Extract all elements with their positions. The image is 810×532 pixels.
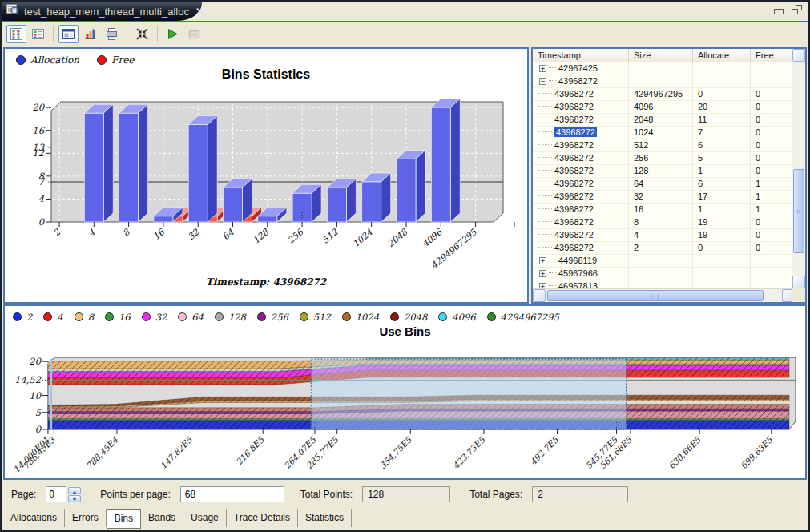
timestamp-text: 43968272 [554, 217, 594, 227]
column-header-timestamp[interactable]: Timestamp [533, 49, 629, 62]
grid-view-button[interactable] [6, 25, 26, 43]
table-row[interactable]: 4396827251260 [533, 139, 795, 152]
table-row[interactable]: 439682721611 [533, 204, 795, 216]
timestamp-text: 43968272 [554, 191, 594, 201]
cell-free: 1 [751, 178, 795, 190]
tree-toggle-icon[interactable]: + [539, 257, 546, 264]
close-icon[interactable]: ✕ [195, 6, 204, 17]
list-view-button[interactable] [28, 25, 48, 43]
tab-bins[interactable]: Bins [107, 509, 141, 529]
view-tab[interactable]: test_heap_mem_thread_multi_alloc ✕ [2, 2, 202, 21]
svg-text:8: 8 [121, 227, 132, 239]
titlebar: test_heap_mem_thread_multi_alloc ✕ [2, 2, 808, 21]
tree-line [549, 260, 556, 260]
table-row[interactable]: 4396827225650 [533, 152, 795, 165]
cell-timestamp: 43968272 [533, 101, 629, 113]
tab-usage[interactable]: Usage [183, 509, 227, 527]
toolbar-separator [53, 26, 54, 42]
tab-bands[interactable]: Bands [141, 509, 183, 527]
table-group-row[interactable]: +44968119 [533, 255, 795, 268]
tab-trace-details[interactable]: Trace Details [227, 509, 298, 527]
scroll-up-button[interactable] [792, 49, 805, 62]
page-input[interactable] [46, 486, 66, 502]
table-group-row[interactable]: −43968272 [533, 75, 795, 88]
cell-timestamp: 43968272 [533, 242, 629, 254]
table-row[interactable]: 4396827212810 [533, 165, 795, 178]
tree-toggle-icon[interactable]: + [539, 270, 546, 277]
table-row[interactable]: 439682724096200 [533, 101, 795, 114]
cell-size: 1024 [629, 127, 693, 139]
legend-item-8: 8 [75, 312, 94, 323]
cell-size: 2048 [629, 114, 693, 126]
svg-text:4: 4 [38, 193, 45, 204]
scroll-down-button[interactable] [792, 276, 805, 288]
tree-line [538, 144, 552, 145]
collapse-button[interactable] [132, 25, 152, 43]
table-row[interactable]: 4396827232171 [533, 191, 795, 204]
cell-free: 0 [751, 101, 795, 113]
cell-timestamp: 43968272 [533, 139, 629, 151]
tree-toggle-icon[interactable]: + [539, 65, 546, 72]
allocation-bar-4 [84, 104, 113, 222]
points-per-page-input[interactable] [180, 486, 284, 502]
bar-chart-button[interactable] [80, 25, 100, 43]
cell-timestamp: 43968272 [533, 204, 629, 216]
timestamp-text: 43968272 [554, 127, 597, 137]
timestamp-text: 43968272 [554, 243, 594, 252]
table-row[interactable]: 43968272102470 [533, 127, 795, 139]
cell-free [751, 75, 795, 87]
timestamp-text: 43968272 [554, 204, 594, 214]
table-row[interactable]: 43968272429496729500 [533, 88, 795, 101]
tab-errors[interactable]: Errors [65, 509, 107, 527]
horizontal-scroll-thumb[interactable]: ||| [547, 290, 764, 301]
table-row[interactable]: 43968272200 [533, 242, 795, 255]
restore-icon[interactable] [792, 5, 802, 14]
svg-text:14,52: 14,52 [14, 374, 42, 385]
table-header[interactable]: TimestampSizeAllocateFree [533, 49, 795, 62]
cell-size: 16 [629, 204, 693, 216]
tab-statistics[interactable]: Statistics [298, 509, 352, 527]
table-group-row[interactable]: +42967425 [533, 62, 795, 75]
timestamp-text: 43968272 [554, 153, 594, 163]
minimize-icon[interactable] [774, 9, 784, 14]
vertical-scrollbar[interactable]: ≡ [792, 49, 805, 288]
cell-allocate: 1 [693, 165, 751, 177]
use-bins-chart: 2014,52105014,000E01786,45E3788,45E4147,… [5, 340, 805, 476]
timestamp-text: 43968272 [558, 76, 598, 86]
column-header-allocate[interactable]: Allocate [693, 49, 751, 62]
page-spin-down-button[interactable] [68, 495, 81, 502]
vertical-scroll-thumb[interactable]: ≡ [793, 169, 804, 253]
legend-label: 64 [191, 312, 204, 323]
table-group-row[interactable]: +45967966 [533, 268, 795, 280]
snapshot-button[interactable] [184, 25, 204, 43]
toolbar-separator [157, 26, 158, 42]
column-header-free[interactable]: Free [751, 49, 795, 62]
cell-timestamp: 43968272 [533, 114, 629, 126]
table-group-row[interactable]: +46967813 [533, 280, 795, 288]
scroll-left-button[interactable] [533, 289, 546, 302]
svg-text:788,45E4: 788,45E4 [84, 435, 120, 471]
tree-toggle-icon[interactable]: − [539, 78, 546, 85]
overview-window-button[interactable] [58, 25, 79, 43]
pager-controls: Page: Points per page: Total Points: 128… [2, 480, 808, 509]
cell-free: 0 [751, 216, 795, 228]
table-row[interactable]: 439682726461 [533, 178, 795, 191]
cell-allocate [693, 62, 751, 75]
table-row[interactable]: 439682728190 [533, 216, 795, 229]
print-button[interactable] [102, 25, 122, 43]
table-row[interactable]: 439682724190 [533, 229, 795, 242]
tree-line [538, 93, 552, 94]
legend-item-32: 32 [142, 312, 167, 323]
cell-size: 128 [629, 165, 693, 177]
run-button[interactable] [163, 25, 183, 43]
table-row[interactable]: 439682722048110 [533, 114, 795, 127]
tab-allocations[interactable]: Allocations [3, 509, 65, 527]
allocation-bar-2048 [397, 150, 425, 222]
svg-text:256: 256 [286, 227, 306, 246]
column-header-size[interactable]: Size [629, 49, 693, 62]
tree-line [538, 195, 552, 196]
selection-overlay[interactable] [311, 359, 626, 429]
horizontal-scrollbar[interactable]: ||| [533, 288, 795, 302]
page-spin-up-button[interactable] [68, 487, 81, 494]
tree-toggle-icon[interactable]: + [539, 283, 546, 288]
